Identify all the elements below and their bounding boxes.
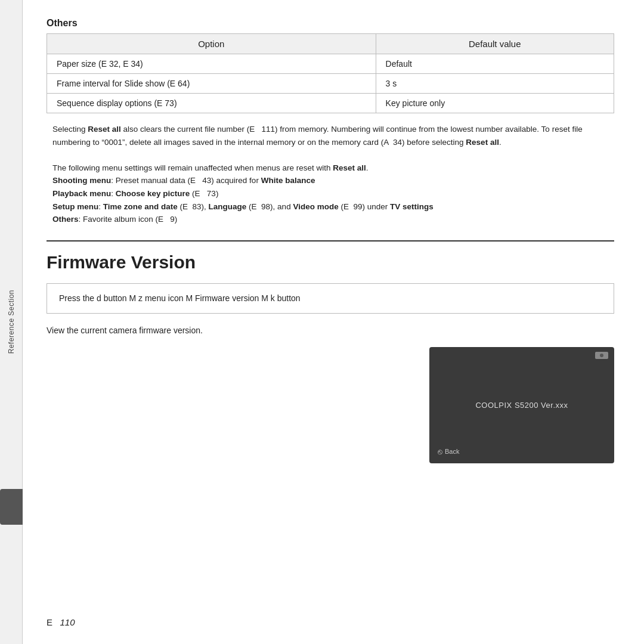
others-section: Others Option Default value Paper size (… (47, 18, 614, 226)
table-cell-default: Key picture only (376, 94, 614, 113)
instruction-text: Press the d button M z menu icon M Firmw… (59, 293, 301, 303)
note1: Selecting Reset all also clears the curr… (52, 123, 608, 148)
firmware-section: Firmware Version Press the d button M z … (47, 252, 614, 463)
table-cell-default: Default (376, 54, 614, 74)
instruction-box: Press the d button M z menu icon M Firmw… (47, 283, 614, 314)
sidebar-label: Reference Section (7, 290, 16, 354)
table-row: Sequence display options (E 73)Key pictu… (47, 94, 614, 113)
table-row: Paper size (E 32, E 34)Default (47, 54, 614, 74)
back-label: Back (445, 448, 459, 455)
camera-top-bar (595, 352, 608, 359)
back-icon: ⎋ (438, 447, 442, 456)
table-cell-option: Frame interval for Slide show (E 64) (47, 74, 376, 94)
others-title: Others (47, 18, 614, 29)
camera-bottom-bar: ⎋ Back (438, 447, 459, 456)
firmware-title: Firmware Version (47, 252, 614, 273)
table-cell-default: 3 s (376, 74, 614, 94)
table-row: Frame interval for Slide show (E 64)3 s (47, 74, 614, 94)
note4: Playback menu: Choose key picture (E 73) (52, 187, 608, 200)
note3: Shooting menu: Preset manual data (E 43)… (52, 174, 608, 187)
page-number: E 110 (47, 617, 75, 627)
sidebar: Reference Section (0, 0, 23, 644)
sidebar-tab (0, 489, 23, 525)
table-cell-option: Sequence display options (E 73) (47, 94, 376, 113)
main-content: Others Option Default value Paper size (… (23, 0, 644, 644)
section-divider (47, 240, 614, 242)
col2-header: Default value (376, 34, 614, 54)
col1-header: Option (47, 34, 376, 54)
view-text: View the current camera firmware version… (47, 326, 614, 335)
camera-screen: COOLPIX S5200 Ver.xxx ⎋ Back (429, 347, 614, 463)
camera-screen-wrapper: COOLPIX S5200 Ver.xxx ⎋ Back (47, 347, 614, 463)
page-num: 110 (60, 617, 75, 627)
page-prefix: E (47, 617, 52, 627)
note5: Setup menu: Time zone and date (E 83), L… (52, 200, 608, 213)
note-block: Selecting Reset all also clears the curr… (47, 123, 614, 226)
options-table: Option Default value Paper size (E 32, E… (47, 33, 614, 113)
note6: Others: Favorite album icon (E 9) (52, 213, 608, 226)
camera-version-text: COOLPIX S5200 Ver.xxx (475, 401, 568, 410)
table-cell-option: Paper size (E 32, E 34) (47, 54, 376, 74)
note2: The following menu settings will remain … (52, 162, 608, 175)
